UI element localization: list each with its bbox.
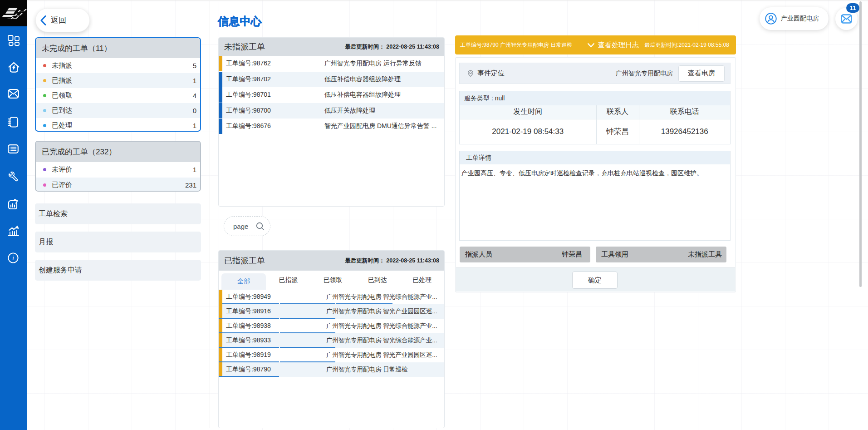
- svg-text:i: i: [12, 255, 14, 262]
